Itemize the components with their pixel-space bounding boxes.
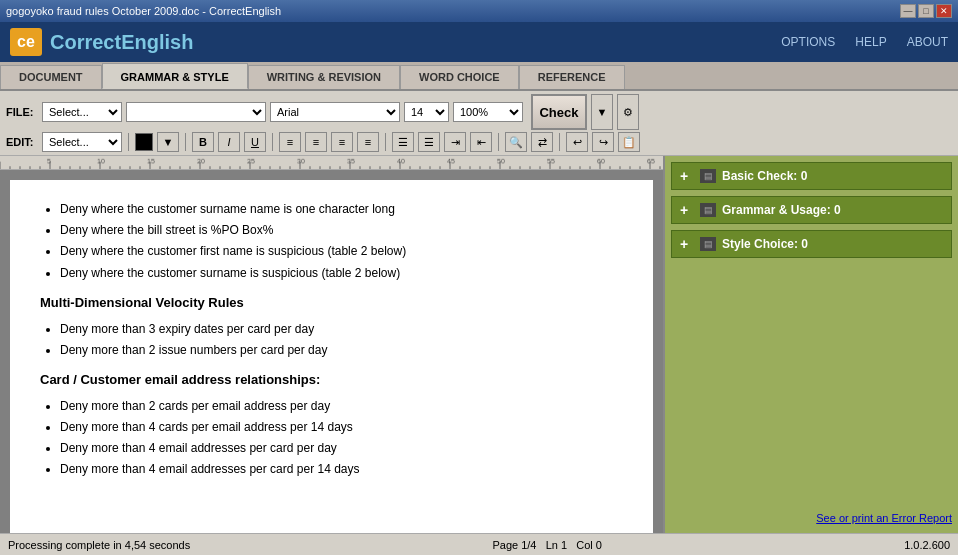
basic-check-icon: ▤	[700, 169, 716, 183]
title-bar: gogoyoko fraud rules October 2009.doc - …	[0, 0, 958, 22]
check-button[interactable]: Check	[531, 94, 587, 130]
list-section-1: Deny where the customer surname name is …	[60, 200, 623, 283]
document-area: Deny where the customer surname name is …	[0, 156, 663, 533]
file-select[interactable]: Select...	[42, 102, 122, 122]
error-report-container: See or print an Error Report	[671, 509, 952, 527]
edit-label: EDIT:	[6, 136, 38, 148]
ruler-canvas	[0, 156, 663, 169]
maximize-button[interactable]: □	[918, 4, 934, 18]
list-item: Deny where the customer first name is su…	[60, 242, 623, 261]
font-select[interactable]: Arial	[270, 102, 400, 122]
page-number: Page 1/4	[492, 539, 536, 551]
logo-english: English	[121, 31, 193, 53]
grammar-usage-label: Grammar & Usage: 0	[722, 203, 943, 217]
italic-button[interactable]: I	[218, 132, 240, 152]
font-size-select[interactable]: 14	[404, 102, 449, 122]
ruler	[0, 156, 663, 170]
list-item: Deny more than 4 cards per email address…	[60, 418, 623, 437]
list-item: Deny more than 4 email addresses per car…	[60, 439, 623, 458]
list-item: Deny where the customer surname is suspi…	[60, 264, 623, 283]
bullet-list-button[interactable]: ☰	[392, 132, 414, 152]
logo-correct: Correct	[50, 31, 121, 53]
window-controls: — □ ✕	[900, 4, 952, 18]
style-choice-icon: ▤	[700, 237, 716, 251]
minimize-button[interactable]: —	[900, 4, 916, 18]
zoom-select[interactable]: 100%	[453, 102, 523, 122]
outdent-button[interactable]: ⇤	[470, 132, 492, 152]
app-header: ce CorrectEnglish OPTIONS HELP ABOUT	[0, 22, 958, 62]
style-choice-label: Style Choice: 0	[722, 237, 943, 251]
file-label: FILE:	[6, 106, 38, 118]
tab-writing[interactable]: WRITING & REVISION	[248, 65, 400, 89]
tab-grammar[interactable]: GRAMMAR & STYLE	[102, 63, 248, 89]
logo: ce CorrectEnglish	[10, 28, 193, 56]
col-info: Col 0	[576, 539, 602, 551]
divider-6	[559, 133, 560, 151]
tab-word-choice[interactable]: WORD CHOICE	[400, 65, 519, 89]
list-item: Deny more than 2 cards per email address…	[60, 397, 623, 416]
replace-button[interactable]: ⇄	[531, 132, 553, 152]
document-scroll[interactable]: Deny where the customer surname name is …	[0, 170, 663, 533]
error-report-link[interactable]: See or print an Error Report	[816, 512, 952, 524]
list-section-3: Deny more than 2 cards per email address…	[60, 397, 623, 480]
processing-status: Processing complete in 4,54 seconds	[8, 539, 190, 551]
right-panel-bottom	[671, 264, 952, 503]
grammar-usage-icon: ▤	[700, 203, 716, 217]
redo-button[interactable]: ↪	[592, 132, 614, 152]
style-choice-expand[interactable]: +	[680, 236, 694, 252]
divider-4	[385, 133, 386, 151]
align-left-button[interactable]: ≡	[279, 132, 301, 152]
close-button[interactable]: ✕	[936, 4, 952, 18]
app-window: ce CorrectEnglish OPTIONS HELP ABOUT DOC…	[0, 22, 958, 555]
basic-check-label: Basic Check: 0	[722, 169, 943, 183]
main-area: Deny where the customer surname name is …	[0, 156, 958, 533]
divider-5	[498, 133, 499, 151]
logo-text: CorrectEnglish	[50, 31, 193, 54]
color-dropdown[interactable]: ▼	[157, 132, 179, 152]
status-bar: Processing complete in 4,54 seconds Page…	[0, 533, 958, 555]
list-item: Deny more than 3 expiry dates per card p…	[60, 320, 623, 339]
bold-button[interactable]: B	[192, 132, 214, 152]
numbered-list-button[interactable]: ☰	[418, 132, 440, 152]
underline-button[interactable]: U	[244, 132, 266, 152]
grammar-usage-expand[interactable]: +	[680, 202, 694, 218]
tab-document[interactable]: DOCUMENT	[0, 65, 102, 89]
style-choice-item: + ▤ Style Choice: 0	[671, 230, 952, 258]
divider-3	[272, 133, 273, 151]
paste-button[interactable]: 📋	[618, 132, 640, 152]
list-item: Deny where the bill street is %PO Box%	[60, 221, 623, 240]
nav-options[interactable]: OPTIONS	[781, 35, 835, 49]
list-section-2: Deny more than 3 expiry dates per card p…	[60, 320, 623, 360]
align-right-button[interactable]: ≡	[331, 132, 353, 152]
basic-check-item: + ▤ Basic Check: 0	[671, 162, 952, 190]
tab-bar: DOCUMENT GRAMMAR & STYLE WRITING & REVIS…	[0, 62, 958, 91]
list-item: Deny where the customer surname name is …	[60, 200, 623, 219]
check-dropdown-button[interactable]: ▼	[591, 94, 613, 130]
indent-button[interactable]: ⇥	[444, 132, 466, 152]
basic-check-expand[interactable]: +	[680, 168, 694, 184]
ln-info: Ln 1	[546, 539, 567, 551]
find-button[interactable]: 🔍	[505, 132, 527, 152]
document-page: Deny where the customer surname name is …	[10, 180, 653, 533]
list-item: Deny more than 2 issue numbers per card …	[60, 341, 623, 360]
edit-select[interactable]: Select...	[42, 132, 122, 152]
toolbar-row-1: FILE: Select... Arial 14 100% Check ▼ ⚙	[6, 94, 952, 130]
nav-about[interactable]: ABOUT	[907, 35, 948, 49]
color-picker[interactable]	[135, 133, 153, 151]
grammar-usage-item: + ▤ Grammar & Usage: 0	[671, 196, 952, 224]
list-item: Deny more than 4 email addresses per car…	[60, 460, 623, 479]
style-select[interactable]	[126, 102, 266, 122]
justify-button[interactable]: ≡	[357, 132, 379, 152]
logo-icon: ce	[10, 28, 42, 56]
version-info: 1.0.2.600	[904, 539, 950, 551]
nav-help[interactable]: HELP	[855, 35, 886, 49]
settings-button[interactable]: ⚙	[617, 94, 639, 130]
toolbar-row-2: EDIT: Select... ▼ B I U ≡ ≡ ≡ ≡ ☰ ☰ ⇥ ⇤ …	[6, 132, 952, 152]
undo-button[interactable]: ↩	[566, 132, 588, 152]
align-center-button[interactable]: ≡	[305, 132, 327, 152]
divider-2	[185, 133, 186, 151]
header-nav: OPTIONS HELP ABOUT	[781, 35, 948, 49]
heading-velocity: Multi-Dimensional Velocity Rules	[40, 293, 623, 314]
page-info: Page 1/4 Ln 1 Col 0	[492, 539, 602, 551]
tab-reference[interactable]: REFERENCE	[519, 65, 625, 89]
